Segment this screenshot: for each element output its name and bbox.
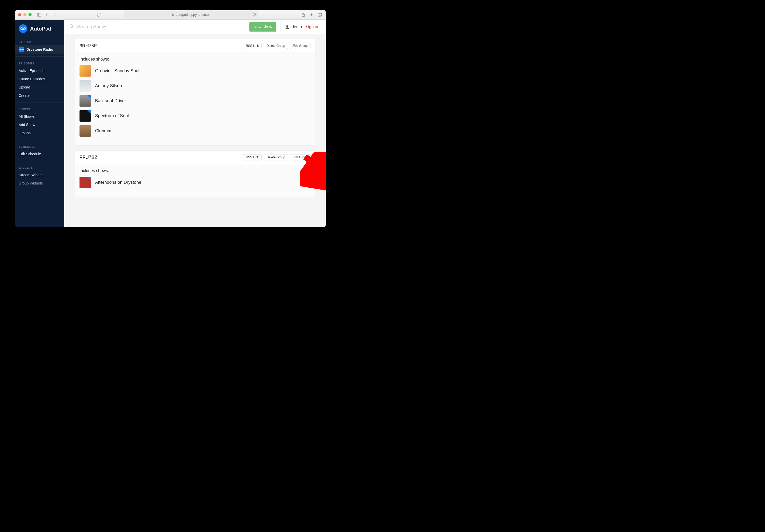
show-row[interactable]: Antony Silson: [80, 80, 311, 92]
show-row[interactable]: Groovin - Sunday Soul: [80, 65, 311, 77]
sidebar-item-active-episodes[interactable]: Active Episodes: [15, 67, 64, 75]
user-menu[interactable]: demo: [285, 25, 302, 29]
logo-badge-icon: [19, 24, 27, 33]
edit-group-button[interactable]: Edit Group: [290, 43, 311, 49]
sidebar-item-upload[interactable]: Upload: [15, 83, 64, 91]
group-title: PFU7BZ: [80, 155, 97, 160]
show-name: Afternoons on Drystone: [95, 180, 141, 185]
sidebar-item-future-episodes[interactable]: Future Episodes: [15, 75, 64, 83]
fullscreen-window-button[interactable]: [28, 13, 32, 16]
svg-rect-2: [172, 15, 174, 16]
new-tab-icon[interactable]: [309, 12, 315, 18]
group-body: Includes shows:Groovin - Sunday SoulAnto…: [75, 53, 315, 145]
sidebar-section-widgets: WIDGETS: [15, 163, 64, 171]
badge-corner-icon: [87, 110, 91, 114]
group-header: 6RH75ERSS LinkDelete GroupEdit Group: [75, 39, 315, 53]
nav-back-button[interactable]: [44, 12, 50, 18]
app-logo[interactable]: AutoPod: [15, 20, 64, 38]
url-bar[interactable]: autopod.hippynet.co.uk: [124, 11, 258, 18]
nav-forward-button[interactable]: [52, 12, 58, 18]
show-name: Clubmix: [95, 129, 111, 133]
browser-window: autopod.hippynet.co.uk AutoPod: [15, 10, 326, 227]
divider: [15, 102, 64, 103]
minimize-window-button[interactable]: [23, 13, 26, 16]
show-name: Antony Silson: [95, 83, 122, 89]
stream-chip: DSR: [19, 47, 24, 52]
svg-rect-0: [37, 13, 41, 16]
edit-group-button[interactable]: Edit Group: [290, 154, 311, 160]
lock-icon: [172, 13, 174, 16]
svg-point-14: [287, 25, 288, 27]
badge-corner-icon: [87, 95, 91, 99]
shield-icon[interactable]: [96, 12, 102, 18]
group-actions: RSS LinkDelete GroupEdit Group: [243, 43, 311, 49]
sign-out-link[interactable]: sign out: [306, 25, 321, 29]
show-thumbnail: [80, 65, 91, 77]
sidebar-item-group-widgets[interactable]: Group Widgets: [15, 179, 64, 187]
divider: [15, 56, 64, 57]
close-window-button[interactable]: [18, 13, 21, 16]
show-name: Groovin - Sunday Soul: [95, 68, 139, 74]
browser-titlebar: autopod.hippynet.co.uk: [15, 10, 326, 20]
show-row[interactable]: Spectrum of Soul: [80, 110, 311, 122]
url-text: autopod.hippynet.co.uk: [176, 13, 210, 17]
sidebar-item-stream-widgets[interactable]: Stream Widgets: [15, 171, 64, 179]
group-body: Includes shows:Afternoons on Drystone: [75, 164, 315, 197]
show-row[interactable]: Afternoons on Drystone: [80, 177, 311, 188]
show-name: Backseat Driver: [95, 98, 126, 104]
app-topbar: New Show demo sign out: [64, 20, 326, 34]
sidebar-section-streams: STREAMS: [15, 38, 64, 45]
sidebar-item-all-shows[interactable]: All Shows: [15, 112, 64, 121]
sidebar-item-groups[interactable]: Groups: [15, 129, 64, 137]
sidebar-toggle-icon[interactable]: [36, 12, 42, 18]
rss-link-button[interactable]: RSS Link: [243, 154, 262, 160]
badge-corner-icon: [87, 177, 91, 180]
sidebar-item-drystone-radio[interactable]: DSR Drystone Radio: [15, 45, 64, 54]
sidebar-item-add-show[interactable]: Add Show: [15, 121, 64, 129]
sidebar-section-shows: SHOWS: [15, 105, 64, 112]
delete-group-button[interactable]: Delete Group: [264, 154, 288, 160]
group-card: 6RH75ERSS LinkDelete GroupEdit GroupIncl…: [75, 39, 316, 146]
search-wrap: [69, 24, 245, 30]
group-title: 6RH75E: [80, 43, 97, 49]
svg-line-13: [73, 27, 74, 28]
group-card: PFU7BZRSS LinkDelete GroupEdit GroupIncl…: [75, 150, 316, 197]
show-row[interactable]: Backseat Driver: [80, 95, 311, 107]
group-actions: RSS LinkDelete GroupEdit Group: [243, 154, 311, 160]
main-panel: New Show demo sign out 6RH75ERSS LinkDel…: [64, 20, 326, 227]
show-thumbnail: [80, 80, 91, 92]
sidebar-section-schedule: SCHEDULE: [15, 142, 64, 150]
share-icon[interactable]: [301, 12, 306, 18]
search-input[interactable]: [77, 24, 245, 30]
includes-label: Includes shows:: [80, 57, 311, 62]
search-icon: [69, 24, 74, 30]
svg-point-12: [70, 25, 73, 27]
sidebar-section-episodes: EPISODES: [15, 59, 64, 67]
group-header: PFU7BZRSS LinkDelete GroupEdit Group: [75, 150, 315, 164]
reload-icon[interactable]: [253, 12, 256, 17]
show-thumbnail: [80, 110, 91, 122]
sidebar-item-label: Drystone Radio: [26, 47, 53, 52]
tabs-overview-icon[interactable]: [317, 12, 323, 18]
app-sidebar: AutoPod STREAMS DSR Drystone Radio EPISO…: [15, 20, 64, 227]
username: demo: [292, 25, 302, 29]
user-icon: [285, 25, 290, 29]
show-row[interactable]: Clubmix: [80, 125, 311, 136]
rss-link-button[interactable]: RSS Link: [243, 43, 262, 49]
show-thumbnail: [80, 95, 91, 107]
show-thumbnail: [80, 125, 91, 136]
divider: [281, 22, 281, 32]
new-show-button[interactable]: New Show: [249, 22, 276, 32]
includes-label: Includes shows:: [80, 168, 311, 173]
sidebar-item-create[interactable]: Create: [15, 91, 64, 100]
svg-point-10: [23, 28, 25, 30]
window-controls: [18, 13, 32, 16]
show-thumbnail: [80, 177, 91, 188]
logo-text: AutoPod: [30, 26, 51, 32]
delete-group-button[interactable]: Delete Group: [264, 43, 288, 49]
sidebar-item-edit-schedule[interactable]: Edit Schedule: [15, 150, 64, 158]
svg-point-9: [21, 28, 23, 30]
show-name: Spectrum of Soul: [95, 113, 129, 119]
